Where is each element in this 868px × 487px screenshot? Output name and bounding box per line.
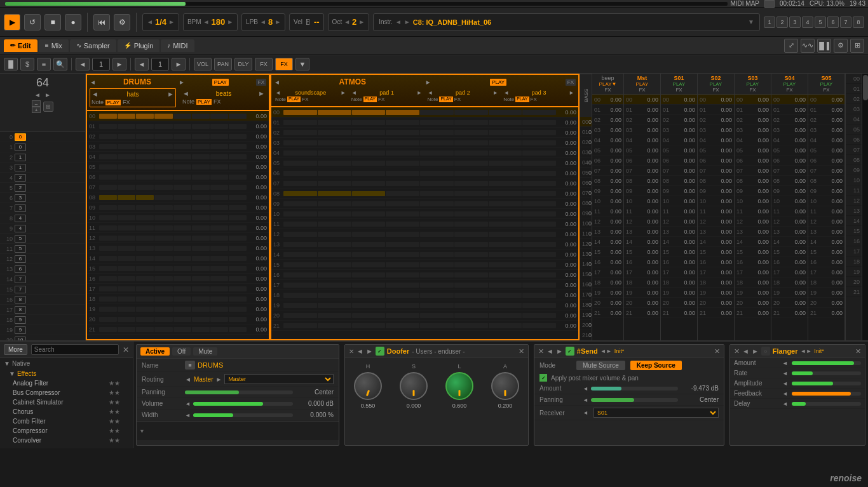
cell-3-4[interactable] [173,144,191,149]
seq-row-20[interactable]: 200.00 [808,298,844,308]
cell-5-7[interactable] [229,164,247,170]
cell-13-3[interactable] [386,242,419,247]
cell-16-6[interactable] [210,276,228,281]
row-box-8[interactable]: 4 [15,215,26,222]
seq-row-19[interactable]: 190.00 [87,304,269,314]
effects-category[interactable]: ▼ Effects [0,369,133,378]
cell-19-0[interactable] [283,303,317,308]
seq-row-8[interactable]: 080.00 [808,176,844,186]
cell-11-6[interactable] [489,222,522,227]
seq-row-2[interactable]: 020.00 [661,115,697,125]
width-slider[interactable] [193,413,293,417]
p2-arrow-left[interactable]: ◄ [428,90,433,96]
cell-9-2[interactable] [352,201,386,206]
cell-2-1[interactable] [318,130,351,135]
cell-12-0[interactable] [283,232,317,237]
seq-row-13[interactable]: 130.00 [87,243,269,253]
instr-right[interactable]: ► [404,18,410,25]
cell-3-2[interactable] [136,144,154,149]
cell-14-1[interactable] [118,256,135,261]
seq-row-17[interactable]: 170.00 [87,284,269,294]
seq-row-6[interactable]: 060.00 [808,156,844,166]
cell-5-1[interactable] [318,161,351,166]
doofer-close2[interactable]: ✕ [519,347,524,356]
seq-row-0[interactable]: 000.00 [735,95,771,105]
seq-row-11[interactable]: 110.00 [771,206,808,217]
track-num-2[interactable]: 2 [776,17,788,28]
cell-5-6[interactable] [210,164,228,170]
cell-0-5[interactable] [454,110,488,115]
seq-row-21[interactable]: 210.00 [87,324,269,335]
cell-21-7[interactable] [522,323,556,328]
seq-row-20[interactable]: 200.00 [271,310,578,321]
row-box-16[interactable]: 8 [15,296,26,304]
seq-row-7[interactable]: 070.00 [624,166,660,176]
seq-row-7[interactable]: 070.00 [661,166,697,176]
seq-row-14[interactable]: 140.00 [661,237,697,247]
fraction-right[interactable]: ► [168,18,175,25]
track-num-1[interactable]: 1 [764,17,775,28]
cell-16-5[interactable] [454,272,488,277]
cell-20-5[interactable] [454,313,488,318]
row-box-19[interactable]: 9 [15,326,26,334]
cell-5-0[interactable] [99,164,117,170]
cell-2-3[interactable] [154,134,172,139]
grid-icon-left[interactable]: ⊞ [43,102,53,112]
cell-3-0[interactable] [99,144,117,149]
cell-11-1[interactable] [318,222,351,227]
track-num-7[interactable]: 7 [840,17,851,28]
cell-6-5[interactable] [192,175,210,180]
fl-feedback-slider[interactable] [792,392,861,396]
cell-16-6[interactable] [489,272,522,277]
seq-row-13[interactable]: 130.00 [580,249,592,259]
p1-arrow-left[interactable]: ◄ [351,90,357,96]
seq-row-2[interactable]: 020.00 [580,137,592,147]
loop-button[interactable]: ● [65,14,81,30]
cell-16-5[interactable] [192,276,210,281]
cell-20-4[interactable] [420,313,454,318]
beats-play-btn[interactable]: PLAY [196,99,212,105]
seq-row-4[interactable]: 040.00 [808,135,844,145]
seq-row-7[interactable]: 070.00 [592,166,623,176]
cell-3-6[interactable] [210,144,228,149]
cell-10-1[interactable] [118,215,135,220]
seq-row-11[interactable]: 110.00 [661,206,697,217]
cell-14-0[interactable] [99,256,117,261]
cell-13-3[interactable] [154,246,172,251]
cell-10-4[interactable] [420,211,454,217]
midi-map-label[interactable]: MIDI MAP [730,0,759,8]
seq-row-9[interactable]: 090.00 [87,203,269,213]
cell-19-3[interactable] [386,303,419,308]
seq-row-6[interactable]: 060.00 [698,156,734,166]
cell-1-1[interactable] [318,120,351,125]
seq-row-19[interactable]: 190.00 [624,288,660,298]
s05-play[interactable]: PLAY [810,81,843,87]
row-box-20[interactable]: 10 [15,337,26,341]
cell-9-0[interactable] [99,205,117,210]
row-box-13[interactable]: 6 [15,265,26,273]
cell-20-5[interactable] [192,317,210,322]
cell-18-5[interactable] [454,293,488,298]
seq-row-21[interactable]: 210.00 [771,308,808,318]
cell-3-7[interactable] [229,144,247,149]
row-box-6[interactable]: 3 [15,194,26,202]
cell-10-0[interactable] [283,211,317,217]
seq-row-3[interactable]: 030.00 [580,147,592,157]
effect-bus-compressor[interactable]: Bus Compressor ★★ [0,388,133,397]
seq-row-0[interactable]: 000.00 [624,95,660,105]
seq-row-3[interactable]: 030.00 [771,125,808,135]
cell-4-4[interactable] [173,154,191,159]
cell-10-6[interactable] [489,211,522,217]
seq-row-5[interactable]: 050.00 [271,158,578,168]
seq-row-19[interactable]: 190.00 [592,288,623,298]
cell-18-0[interactable] [283,293,317,298]
effect-convolver[interactable]: Convolver ★★ [0,436,133,445]
cell-4-5[interactable] [454,150,488,156]
seq-row-6[interactable]: 060.00 [624,156,660,166]
cell-8-0[interactable] [99,195,117,200]
cell-13-0[interactable] [283,242,317,247]
p3-arrow-left[interactable]: ◄ [503,90,509,96]
cell-6-6[interactable] [489,171,522,176]
cell-19-1[interactable] [118,307,135,312]
seq-row-3[interactable]: 030.00 [808,125,844,135]
